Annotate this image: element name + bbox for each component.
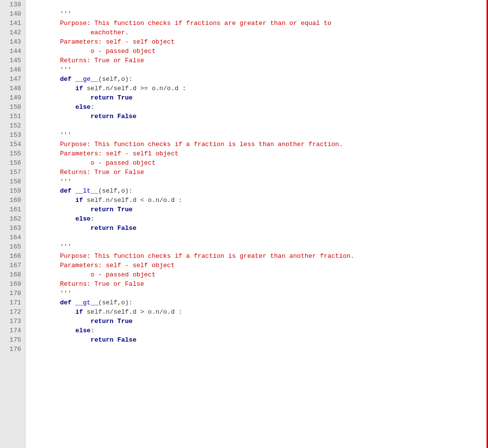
- code-line-151: return False: [29, 112, 484, 121]
- code-line-158: ''': [29, 177, 484, 186]
- code-line-145: Returns: True or False: [29, 56, 484, 65]
- code-line-165: ''': [29, 242, 484, 251]
- code-line-141: Purpose: This function checks if fractio…: [29, 19, 484, 28]
- code-line-172: if self.n/self.d > o.n/o.d :: [29, 307, 484, 317]
- code-line-159: def __lt__(self,o):: [29, 186, 484, 196]
- code-line-166: Purpose: This function checks if a fract…: [29, 251, 484, 261]
- code-line-157: Returns: True or False: [29, 168, 484, 177]
- code-content[interactable]: ''' Purpose: This function checks if fra…: [25, 0, 488, 448]
- code-line-175: return False: [29, 335, 484, 345]
- code-line-161: return True: [29, 205, 484, 214]
- code-line-167: Parameters: self - self object: [29, 261, 484, 270]
- code-line-168: o - passed object: [29, 270, 484, 279]
- code-line-149: return True: [29, 93, 484, 102]
- code-line-148: if self.n/self.d >= o.n/o.d :: [29, 84, 484, 93]
- code-line-171: def __gt__(self,o):: [29, 298, 484, 307]
- code-line-160: if self.n/self.d < o.n/o.d :: [29, 196, 484, 205]
- code-line-176: [29, 345, 484, 354]
- code-line-154: Purpose: This function checks if a fract…: [29, 140, 484, 149]
- code-line-162: else:: [29, 214, 484, 224]
- code-line-155: Parameters: self - self1 object: [29, 149, 484, 158]
- code-line-152: [29, 121, 484, 130]
- code-line-153: ''': [29, 130, 484, 140]
- code-line-170: ''': [29, 289, 484, 298]
- code-line-169: Returns: True or False: [29, 279, 484, 289]
- code-line-140: ''': [29, 9, 484, 19]
- code-line-156: o - passed object: [29, 158, 484, 168]
- code-line-150: else:: [29, 102, 484, 112]
- code-line-147: def __ge__(self,o):: [29, 75, 484, 84]
- line-numbers: 139 140 141 142 143 144 145 146 147 148 …: [0, 0, 25, 448]
- code-editor: 139 140 141 142 143 144 145 146 147 148 …: [0, 0, 488, 448]
- code-line-146: ''': [29, 65, 484, 75]
- code-line-174: else:: [29, 326, 484, 335]
- code-line-139: [29, 0, 484, 9]
- code-line-164: [29, 233, 484, 242]
- code-line-144: o - passed object: [29, 47, 484, 56]
- code-line-173: return True: [29, 317, 484, 326]
- code-line-143: Parameters: self - self object: [29, 37, 484, 47]
- code-line-163: return False: [29, 224, 484, 233]
- code-line-142: eachother.: [29, 28, 484, 37]
